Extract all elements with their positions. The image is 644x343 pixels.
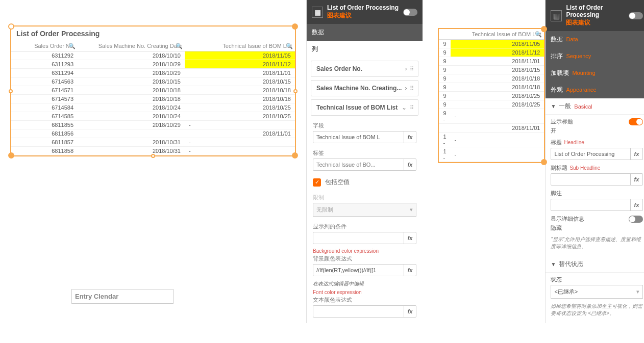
- entry-calendar-object[interactable]: Entry Clendar: [71, 289, 174, 304]
- table-row[interactable]: 67145732018/10/182018/10/18: [11, 95, 295, 103]
- drag-handle-icon[interactable]: ⠿: [410, 106, 413, 109]
- field-input[interactable]: [313, 131, 404, 143]
- section-data[interactable]: 数据: [307, 24, 423, 41]
- table-object-frame-2[interactable]: Technical Issue of BOM List 🔍 92018/11/0…: [438, 28, 545, 163]
- accordion-header-general[interactable]: ▼ 一般 Basical: [546, 98, 644, 115]
- table-row[interactable]: 67145852018/10/242018/10/25: [11, 112, 295, 121]
- bg-expr-input[interactable]: [313, 265, 404, 276]
- table-row[interactable]: 1 --: [439, 133, 544, 147]
- table-cell: 2018/10/31: [78, 138, 185, 147]
- panel-subtitle[interactable]: 图表建议: [566, 18, 629, 27]
- subtitle-label-cn: 副标题: [551, 165, 567, 171]
- search-icon[interactable]: 🔍: [535, 31, 542, 38]
- include-blank-row[interactable]: ✓ 包括空值: [307, 174, 423, 191]
- column-item[interactable]: Technical Issue of BOM List⌄⠿: [311, 99, 418, 116]
- resize-handle-bl[interactable]: [8, 152, 14, 159]
- fx-button[interactable]: fx: [630, 174, 643, 185]
- font-expr-input[interactable]: [313, 306, 404, 317]
- drag-handle-icon[interactable]: ⠿: [410, 67, 413, 70]
- suggestion-toggle[interactable]: [629, 12, 643, 19]
- column-header-partial[interactable]: [439, 29, 450, 40]
- design-canvas-right[interactable]: Technical Issue of BOM List 🔍 92018/11/0…: [423, 0, 545, 323]
- section-row[interactable]: 外观Appearance: [546, 82, 644, 98]
- fx-button[interactable]: fx: [404, 232, 416, 244]
- limit-select[interactable]: 无限制 ▾: [313, 203, 416, 217]
- label-input[interactable]: [313, 159, 404, 170]
- footnote-input[interactable]: [551, 199, 630, 210]
- column-header[interactable]: Sales Machine No. Creating Date 🔍: [78, 41, 185, 51]
- table-cell: 2018/10/10: [78, 51, 185, 60]
- table-row[interactable]: 92018/11/05: [439, 40, 544, 48]
- table-row[interactable]: 1 --: [439, 147, 544, 162]
- resize-handle-mb[interactable]: [151, 154, 155, 158]
- table-cell: 6811858: [11, 147, 78, 155]
- table-row[interactable]: 92018/10/18: [439, 74, 544, 83]
- table-cell: 2018/11/01: [451, 124, 544, 133]
- show-detail-toggle[interactable]: [629, 216, 643, 223]
- resize-handle-mr[interactable]: [293, 89, 298, 93]
- column-item-label: Technical Issue of BOM List: [316, 104, 399, 111]
- table-row[interactable]: 92018/10/25: [439, 92, 544, 100]
- table-row[interactable]: 92018/11/01: [439, 57, 544, 66]
- resize-handle-br[interactable]: [292, 152, 298, 159]
- design-canvas-left[interactable]: List of Order Processing Sales Order No.…: [0, 0, 306, 323]
- table-cell: 2018/11/12: [185, 60, 295, 69]
- fx-button[interactable]: fx: [404, 159, 416, 170]
- drag-handle-icon[interactable]: ⠿: [410, 87, 413, 90]
- column-item-label: Sales Machine No. Creating...: [316, 85, 402, 92]
- table-row[interactable]: 68118552018/10/29-: [11, 121, 295, 129]
- table-cell: 2018/10/18: [451, 83, 544, 92]
- table-row[interactable]: 67145712018/10/182018/10/18: [11, 86, 295, 95]
- state-hint: 如果您希望将对象添加至主可视化，则需要将状态设置为 <已继承>。: [551, 303, 643, 317]
- search-icon[interactable]: 🔍: [286, 43, 293, 49]
- table-row[interactable]: 92018/10/15: [439, 66, 544, 74]
- table-row[interactable]: 63112942018/10/292018/11/01: [11, 69, 295, 77]
- accordion-header-alt-state[interactable]: ▼ 替代状态: [546, 256, 644, 273]
- column-header-bom[interactable]: Technical Issue of BOM List 🔍: [451, 29, 544, 40]
- column-header[interactable]: Technical Issue of BOM List 🔍: [185, 41, 295, 51]
- column-item[interactable]: Sales Order No.›⠿: [311, 61, 418, 77]
- checkbox-checked-icon[interactable]: ✓: [313, 178, 321, 187]
- table-row[interactable]: 9 --: [439, 109, 544, 124]
- table-object-frame[interactable]: List of Order Processing Sales Order No.…: [10, 25, 296, 156]
- suggestion-toggle[interactable]: [403, 9, 417, 16]
- show-cond-input[interactable]: [313, 232, 404, 244]
- section-en: Data: [566, 36, 578, 42]
- resize-handle-tr[interactable]: [292, 23, 298, 30]
- search-icon[interactable]: 🔍: [176, 43, 183, 49]
- table-row[interactable]: 92018/10/18: [439, 83, 544, 92]
- title-input[interactable]: [551, 148, 630, 160]
- properties-panel-appearance: ▦ List of Order Processing 图表建议 数据Data排序…: [545, 0, 644, 323]
- table-row[interactable]: 92018/11/12: [439, 48, 544, 57]
- chevron-icon: ›: [405, 65, 407, 72]
- table-row[interactable]: 63112922018/10/102018/11/05: [11, 51, 295, 60]
- section-row[interactable]: 排序Sequency: [546, 48, 644, 65]
- table-row[interactable]: 67145842018/10/242018/10/25: [11, 103, 295, 112]
- column-item-label: Sales Order No.: [316, 65, 402, 72]
- panel-subtitle[interactable]: 图表建议: [327, 11, 403, 20]
- fx-button[interactable]: fx: [404, 265, 416, 276]
- table-row[interactable]: 2018/11/01: [439, 124, 544, 133]
- section-row[interactable]: 数据Data: [546, 31, 644, 48]
- table-cell: 1 -: [439, 133, 450, 147]
- column-item[interactable]: Sales Machine No. Creating...›⠿: [311, 80, 418, 96]
- show-title-toggle[interactable]: [629, 118, 643, 125]
- table-row[interactable]: 67145632018/10/152018/10/15: [11, 77, 295, 86]
- state-select[interactable]: <已继承> ▾: [551, 285, 643, 299]
- fx-button[interactable]: fx: [630, 148, 643, 160]
- resize-handle-tl[interactable]: [8, 23, 14, 30]
- search-icon[interactable]: 🔍: [68, 43, 76, 49]
- section-row[interactable]: 加载项Mounting: [546, 65, 644, 82]
- table-row[interactable]: 92018/10/25: [439, 100, 544, 109]
- fx-button[interactable]: fx: [630, 199, 643, 210]
- column-header[interactable]: Sales Order No. 🔍: [11, 41, 78, 51]
- fx-button[interactable]: fx: [404, 306, 416, 317]
- bg-expr-note: 在表达式编辑器中编辑: [307, 279, 423, 288]
- subtitle-input[interactable]: [551, 174, 630, 185]
- resize-handle-ml[interactable]: [9, 89, 13, 93]
- fx-button[interactable]: fx: [404, 131, 416, 143]
- table-row[interactable]: 68118572018/10/31-: [11, 138, 295, 147]
- table-row[interactable]: 68118562018/11/01: [11, 129, 295, 138]
- table-row[interactable]: 63112932018/10/292018/11/12: [11, 60, 295, 69]
- table-cell: 2018/10/18: [185, 95, 295, 103]
